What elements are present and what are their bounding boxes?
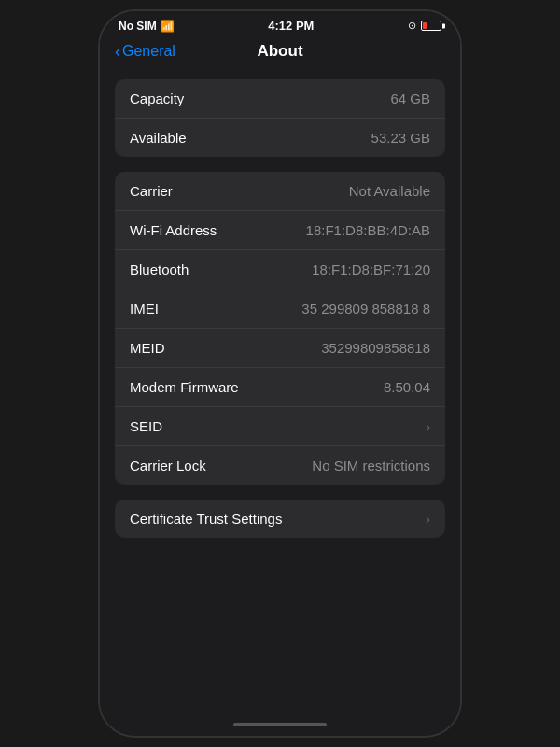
table-row: Available 53.23 GB (115, 119, 445, 157)
back-button[interactable]: ‹ General (115, 42, 175, 62)
seid-row[interactable]: SEID › (115, 407, 445, 446)
status-right: ⊙ (408, 20, 441, 32)
table-row: Bluetooth 18:F1:D8:BF:71:20 (115, 250, 445, 289)
seid-chevron-icon: › (426, 418, 430, 434)
carrier-row-value: Not Available (349, 183, 430, 199)
content-area: Capacity 64 GB Available 53.23 GB Carrie… (100, 70, 460, 713)
certificate-trust-label: Certificate Trust Settings (130, 511, 282, 527)
table-row: MEID 35299809858818 (115, 329, 445, 368)
battery-level (423, 22, 427, 29)
status-bar: No SIM 📶 4:12 PM ⊙ (100, 11, 460, 36)
modem-firmware-value: 8.50.04 (384, 379, 430, 395)
carrier-label: No SIM (119, 20, 157, 33)
screen: No SIM 📶 4:12 PM ⊙ ‹ General About (100, 11, 460, 736)
meid-label: MEID (130, 340, 165, 356)
carrier-lock-value: No SIM restrictions (312, 458, 430, 473)
time-display: 4:12 PM (268, 19, 314, 33)
wifi-address-value: 18:F1:D8:BB:4D:AB (306, 222, 430, 238)
imei-label: IMEI (130, 301, 159, 317)
bluetooth-value: 18:F1:D8:BF:71:20 (312, 261, 430, 277)
back-label: General (122, 43, 175, 60)
carrier-lock-label: Carrier Lock (130, 458, 206, 473)
table-row: Carrier Lock No SIM restrictions (115, 446, 445, 485)
battery-icon (421, 21, 441, 31)
status-left: No SIM 📶 (119, 20, 175, 33)
certificate-section: Certificate Trust Settings › (115, 500, 445, 538)
available-value: 53.23 GB (371, 130, 430, 146)
back-chevron-icon: ‹ (115, 42, 120, 62)
nav-bar: ‹ General About (100, 36, 460, 70)
network-section: Carrier Not Available Wi-Fi Address 18:F… (115, 172, 445, 485)
battery-container (421, 21, 441, 31)
wifi-address-label: Wi-Fi Address (130, 222, 217, 238)
table-row: Capacity 64 GB (115, 79, 445, 119)
table-row: Wi-Fi Address 18:F1:D8:BB:4D:AB (115, 211, 445, 250)
imei-value: 35 299809 858818 8 (301, 301, 430, 317)
page-title: About (257, 42, 302, 61)
available-label: Available (130, 130, 187, 146)
location-icon: ⊙ (408, 20, 416, 32)
table-row: IMEI 35 299809 858818 8 (115, 289, 445, 329)
modem-firmware-label: Modem Firmware (130, 379, 239, 395)
wifi-icon: 📶 (161, 20, 175, 33)
capacity-label: Capacity (130, 91, 184, 106)
carrier-row-label: Carrier (130, 183, 173, 199)
seid-label: SEID (130, 418, 162, 434)
certificate-trust-row[interactable]: Certificate Trust Settings › (115, 500, 445, 538)
capacity-value: 64 GB (390, 91, 430, 106)
storage-section: Capacity 64 GB Available 53.23 GB (115, 79, 445, 157)
bluetooth-label: Bluetooth (130, 261, 189, 277)
home-bar (233, 723, 327, 726)
meid-value: 35299809858818 (321, 340, 430, 356)
phone-frame: No SIM 📶 4:12 PM ⊙ ‹ General About (98, 9, 462, 738)
certificate-chevron-icon: › (426, 511, 430, 527)
home-indicator (100, 713, 460, 736)
table-row: Modem Firmware 8.50.04 (115, 368, 445, 407)
table-row: Carrier Not Available (115, 172, 445, 211)
